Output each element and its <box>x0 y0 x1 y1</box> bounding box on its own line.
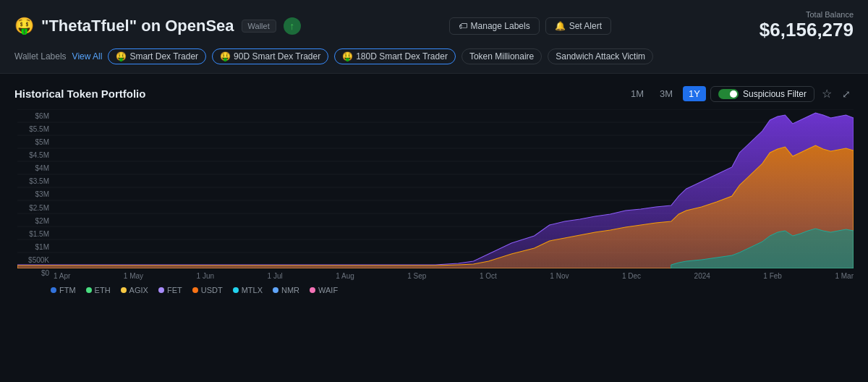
tag-token-millionaire: Token Millionaire <box>461 48 542 64</box>
suspicious-filter-button[interactable]: Suspicious Filter <box>710 86 814 102</box>
wallet-labels-title: Wallet Labels <box>14 51 67 61</box>
portfolio-chart <box>17 109 854 268</box>
star-button[interactable]: ☆ <box>819 85 835 102</box>
legend-usdt: USDT <box>192 286 223 294</box>
time-1y-button[interactable]: 1Y <box>683 86 706 101</box>
time-3m-button[interactable]: 3M <box>654 86 678 101</box>
legend-nmr: NMR <box>273 286 299 294</box>
total-balance-value: $6,156,279 <box>760 19 854 41</box>
page-title: "ThetaTfuel" on OpenSea <box>41 17 234 35</box>
view-all-link[interactable]: View All <box>72 51 103 61</box>
legend-ftm: FTM <box>51 286 76 294</box>
tag-smart-dex: 🤑 Smart Dex Trader <box>108 48 206 64</box>
y-axis-labels: $6M $5.5M $5M $4.5M $4M $3.5M $3M $2.5M … <box>14 109 49 280</box>
toggle-icon <box>718 89 739 99</box>
bell-icon: 🔔 <box>555 21 566 31</box>
suspicious-filter-label: Suspicious Filter <box>743 89 807 99</box>
x-axis-labels: 1 Apr 1 May 1 Jun 1 Jul 1 Aug 1 Sep 1 Oc… <box>17 272 854 280</box>
set-alert-button[interactable]: 🔔 Set Alert <box>545 17 611 35</box>
total-balance-label: Total Balance <box>760 10 854 19</box>
page-emoji: 🤑 <box>14 17 34 35</box>
tag-90d: 🤑 90D Smart Dex Trader <box>212 48 328 64</box>
tag-icon: 🏷 <box>459 21 467 31</box>
chart-title: Historical Token Portfolio <box>14 88 145 100</box>
tag-sandwich-victim: Sandwich Attack Victim <box>548 48 653 64</box>
arrow-up-button[interactable]: ↑ <box>284 17 301 35</box>
wallet-badge: Wallet <box>242 20 276 33</box>
legend-fet: FET <box>158 286 182 294</box>
time-1m-button[interactable]: 1M <box>625 86 650 101</box>
legend-waif: WAIF <box>310 286 338 294</box>
expand-button[interactable]: ⤢ <box>839 87 854 101</box>
legend-mtlx: MTLX <box>233 286 263 294</box>
legend-eth: ETH <box>86 286 111 294</box>
chart-legend: FTM ETH AGIX FET USDT MTLX NMR WAIF <box>14 286 854 294</box>
manage-labels-button[interactable]: 🏷 Manage Labels <box>449 17 540 35</box>
tag-180d: 🤑 180D Smart Dex Trader <box>334 48 456 64</box>
legend-agix: AGIX <box>121 286 148 294</box>
